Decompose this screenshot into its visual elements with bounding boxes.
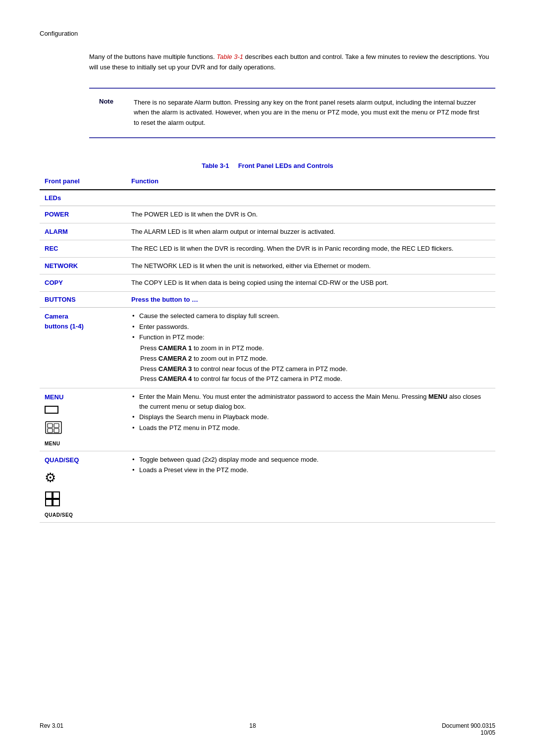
row-label-rec: REC <box>45 245 58 252</box>
svg-rect-1 <box>48 424 53 428</box>
svg-rect-6 <box>53 492 59 498</box>
list-item: Cause the selected camera to display ful… <box>131 311 490 321</box>
table-title-num: Table 3-1 <box>202 162 229 169</box>
footer-doc: Document 900.031510/05 <box>442 722 495 736</box>
sub-text-cam3: Press CAMERA 3 to control near focus of … <box>140 364 490 375</box>
page: Configuration Many of the buttons have m… <box>0 0 535 756</box>
row-label-alarm: ALARM <box>45 228 68 235</box>
svg-rect-7 <box>46 499 52 506</box>
row-label-camera: Camerabuttons (1-4) <box>45 313 84 330</box>
note-box: Note There is no separate Alarm button. … <box>89 88 495 138</box>
row-func-camera: Cause the selected camera to display ful… <box>126 308 495 388</box>
list-item: Loads a Preset view in the PTZ mode. <box>131 465 490 475</box>
section-buttons: BUTTONS Press the button to … <box>40 291 495 308</box>
menu-icon-area: MENU M <box>45 392 121 447</box>
row-label-power: POWER <box>45 211 69 218</box>
intro-text-before: Many of the buttons have multiple functi… <box>89 53 216 60</box>
intro-paragraph: Many of the buttons have multiple functi… <box>89 52 495 73</box>
list-item: Displays the Search menu in Playback mod… <box>131 412 490 422</box>
svg-rect-3 <box>48 429 53 432</box>
table-link[interactable]: Table 3-1 <box>216 53 243 60</box>
table-row: MENU M <box>40 388 495 451</box>
list-item: Enter passwords. <box>131 322 490 332</box>
list-item: Function in PTZ mode: <box>131 332 490 342</box>
footer: Rev 3.01 18 Document 900.031510/05 <box>40 722 495 736</box>
svg-rect-5 <box>46 492 52 498</box>
row-func-power: The POWER LED is lit when the DVR is On. <box>126 206 495 223</box>
section-buttons-label: BUTTONS <box>45 296 76 303</box>
table-row: COPY The COPY LED is lit when data is be… <box>40 274 495 292</box>
table-row: NETWORK The NETWORK LED is lit when the … <box>40 257 495 274</box>
section-buttons-function: Press the button to … <box>131 296 198 303</box>
menu-dvr-icon <box>45 420 62 435</box>
quad-gear-icon: ⚙ <box>45 468 56 487</box>
svg-rect-2 <box>54 424 59 428</box>
row-label-network: NETWORK <box>45 262 78 270</box>
menu-icon-label: Menu <box>45 440 60 447</box>
row-func-network: The NETWORK LED is lit when the unit is … <box>126 257 495 274</box>
list-item: Loads the PTZ menu in PTZ mode. <box>131 423 490 433</box>
sub-text-cam4: Press CAMERA 4 to control far focus of t… <box>140 374 490 384</box>
row-func-rec: The REC LED is lit when the DVR is recor… <box>126 240 495 258</box>
row-label-quad: QUAD/SEQ <box>45 455 79 465</box>
quad-icon-area: QUAD/SEQ ⚙ Quad/Seq <box>45 455 121 519</box>
table-row: QUAD/SEQ ⚙ Quad/Seq <box>40 451 495 522</box>
list-item: Enter the Main Menu. You must enter the … <box>131 392 490 411</box>
main-table: Table 3-1 Front Panel LEDs and Controls … <box>40 158 495 523</box>
menu-rect-icon <box>45 406 58 414</box>
footer-rev: Rev 3.01 <box>40 722 63 736</box>
row-func-quad: Toggle between quad (2x2) display mode a… <box>126 451 495 522</box>
table-row: REC The REC LED is lit when the DVR is r… <box>40 240 495 258</box>
sub-text-cam1: Press CAMERA 1 to zoom in in PTZ mode. <box>140 343 490 354</box>
quad-icon-label: Quad/Seq <box>45 511 73 519</box>
section-leds: LEDs <box>40 190 495 206</box>
svg-rect-4 <box>54 429 59 432</box>
row-func-alarm: The ALARM LED is lit when alarm output o… <box>126 223 495 240</box>
table-row: ALARM The ALARM LED is lit when alarm ou… <box>40 223 495 240</box>
quad-grid-icon <box>45 491 60 507</box>
row-label-copy: COPY <box>45 279 63 286</box>
col-header-function: Function <box>126 173 495 190</box>
row-func-copy: The COPY LED is lit when data is being c… <box>126 274 495 292</box>
breadcrumb: Configuration <box>40 30 495 37</box>
note-content: There is no separate Alarm button. Press… <box>134 98 485 128</box>
row-func-menu: Enter the Main Menu. You must enter the … <box>126 388 495 451</box>
sub-text-cam2: Press CAMERA 2 to zoom out in PTZ mode. <box>140 354 490 364</box>
col-header-front-panel: Front panel <box>40 173 126 190</box>
table-title-text: Front Panel LEDs and Controls <box>238 162 333 169</box>
footer-page: 18 <box>249 722 256 736</box>
row-label-menu: MENU <box>45 392 63 402</box>
note-label: Note <box>99 98 124 128</box>
list-item: Toggle between quad (2x2) display mode a… <box>131 455 490 465</box>
table-row: Camerabuttons (1-4) Cause the selected c… <box>40 308 495 388</box>
svg-rect-8 <box>53 499 59 506</box>
table-row: POWER The POWER LED is lit when the DVR … <box>40 206 495 223</box>
section-leds-label: LEDs <box>45 194 61 202</box>
